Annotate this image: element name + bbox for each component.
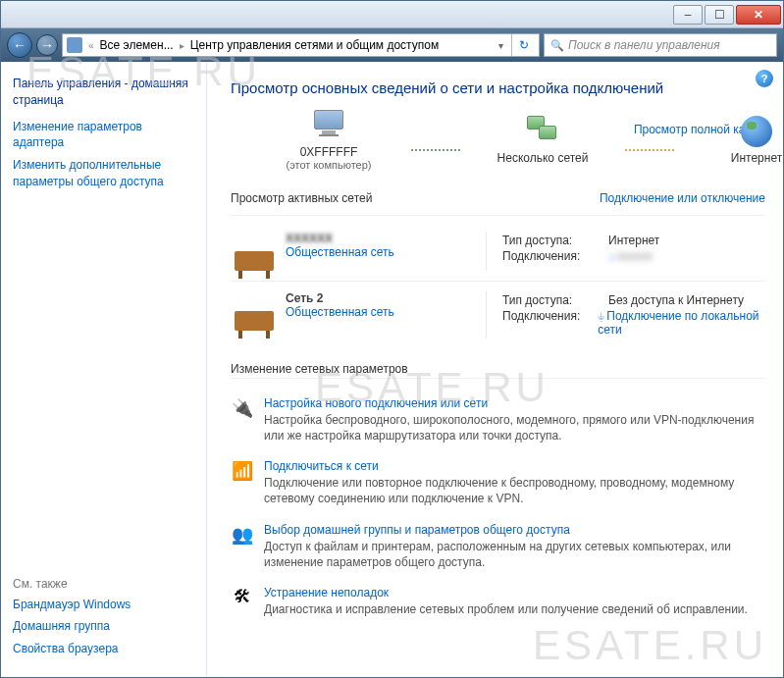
change-settings-header: Изменение сетевых параметров — [231, 362, 765, 379]
page-title: Просмотр основных сведений о сети и наст… — [231, 79, 765, 96]
network-name: XXXXXX — [286, 232, 394, 245]
task-desc: Подключение или повторное подключение к … — [264, 475, 765, 506]
connections-label: Подключения: — [502, 309, 586, 337]
network-row: Сеть 2Общественная сетьТип доступа:Без д… — [231, 281, 765, 348]
task-icon: 🔌 — [231, 396, 254, 420]
map-node-networks[interactable]: Несколько сетей — [484, 116, 601, 165]
computer-icon — [309, 110, 348, 141]
network-type-link[interactable]: Общественная сеть — [286, 245, 394, 259]
sidebar: Панель управления - домашняя страница Из… — [1, 62, 207, 677]
connections-label: Подключения: — [502, 249, 597, 263]
task-title-link[interactable]: Выбор домашней группы и параметров общег… — [264, 523, 765, 537]
task-desc: Настройка беспроводного, широкополосного… — [264, 412, 765, 443]
map-connector — [411, 149, 460, 151]
address-bar[interactable]: « Все элемен... ▸ Центр управления сетям… — [62, 33, 540, 57]
network-type-link[interactable]: Общественная сеть — [286, 305, 394, 319]
location-icon — [67, 37, 82, 53]
adapter-icon: ⏚ — [608, 249, 615, 263]
network-row: XXXXXXОбщественная сетьТип доступа:Интер… — [231, 222, 765, 281]
active-networks-header: Просмотр активных сетей — [231, 191, 372, 205]
chevron-right-icon[interactable]: ▸ — [178, 40, 186, 51]
connection-value[interactable]: ⏚Подключение по локальной сети — [598, 309, 765, 337]
task-item: 🛠Устранение неполадокДиагностика и испра… — [231, 578, 765, 625]
breadcrumb-sep: « — [86, 40, 96, 51]
network-map: Просмотр полной карты 0XFFFFFF (этот ком… — [231, 110, 765, 171]
task-title-link[interactable]: Настройка нового подключения или сети — [264, 396, 765, 410]
networks-icon — [523, 116, 562, 147]
adapter-icon: ⏚ — [598, 309, 604, 323]
window: – ☐ ✕ ← → « Все элемен... ▸ Центр управл… — [0, 0, 784, 678]
forward-button[interactable]: → — [36, 34, 58, 56]
maximize-button[interactable]: ☐ — [705, 5, 734, 25]
task-item: 🔌Настройка нового подключения или сетиНа… — [231, 389, 765, 451]
titlebar: – ☐ ✕ — [1, 1, 783, 28]
tasks: 🔌Настройка нового подключения или сетиНа… — [231, 389, 765, 625]
map-node-computer[interactable]: 0XFFFFFF (этот компьютер) — [270, 110, 388, 171]
sidebar-link-adapter-settings[interactable]: Изменение параметров адаптера — [13, 119, 194, 152]
task-item: 📶Подключиться к сетиПодключение или повт… — [231, 451, 765, 514]
see-also-header: См. также — [13, 577, 194, 591]
search-placeholder: Поиск в панели управления — [568, 38, 720, 52]
task-title-link[interactable]: Устранение неполадок — [264, 586, 748, 600]
access-type-label: Тип доступа: — [502, 293, 597, 307]
task-title-link[interactable]: Подключиться к сети — [264, 459, 765, 473]
access-type-value: Без доступа к Интернету — [608, 293, 744, 307]
map-node-label: 0XFFFFFF — [300, 145, 358, 159]
task-item: 👥Выбор домашней группы и параметров обще… — [231, 515, 765, 578]
refresh-button[interactable]: ↻ — [511, 34, 535, 56]
access-type-label: Тип доступа: — [502, 234, 597, 247]
task-icon: 🛠 — [231, 586, 254, 609]
map-node-label: Интернет — [731, 151, 782, 165]
bench-icon — [231, 232, 278, 271]
see-also-browser-props[interactable]: Свойства браузера — [13, 641, 194, 657]
control-panel-home-link[interactable]: Панель управления - домашняя страница — [13, 76, 194, 109]
task-icon: 📶 — [231, 459, 254, 483]
task-icon: 👥 — [231, 523, 254, 547]
body: Панель управления - домашняя страница Из… — [1, 62, 783, 677]
globe-icon — [741, 116, 772, 147]
address-dropdown[interactable]: ▾ — [495, 40, 507, 51]
task-desc: Доступ к файлам и принтерам, расположенн… — [264, 539, 765, 570]
sidebar-link-sharing-settings[interactable]: Изменить дополнительные параметры общего… — [13, 157, 194, 190]
main-content: ? Просмотр основных сведений о сети и на… — [207, 62, 783, 677]
task-desc: Диагностика и исправление сетевых пробле… — [264, 601, 748, 617]
close-button[interactable]: ✕ — [736, 5, 781, 25]
see-also-firewall[interactable]: Брандмауэр Windows — [13, 597, 194, 613]
minimize-button[interactable]: – — [673, 5, 703, 25]
back-button[interactable]: ← — [7, 32, 32, 58]
map-connector-warn — [625, 149, 674, 151]
network-name: Сеть 2 — [286, 291, 394, 305]
map-node-label: Несколько сетей — [497, 151, 589, 165]
navbar: ← → « Все элемен... ▸ Центр управления с… — [1, 28, 783, 62]
map-node-sublabel: (этот компьютер) — [286, 159, 371, 171]
see-also-homegroup[interactable]: Домашняя группа — [13, 618, 194, 635]
search-input[interactable]: Поиск в панели управления — [544, 33, 777, 57]
access-type-value: Интернет — [608, 234, 659, 247]
connect-disconnect-link[interactable]: Подключение или отключение — [600, 190, 765, 207]
breadcrumb-item[interactable]: Все элемен... — [100, 38, 174, 52]
bench-icon — [231, 291, 278, 331]
breadcrumb-item[interactable]: Центр управления сетями и общим доступом — [190, 38, 440, 52]
connection-value[interactable]: ⏚xxxxxx — [608, 249, 653, 263]
help-button[interactable]: ? — [756, 70, 773, 87]
